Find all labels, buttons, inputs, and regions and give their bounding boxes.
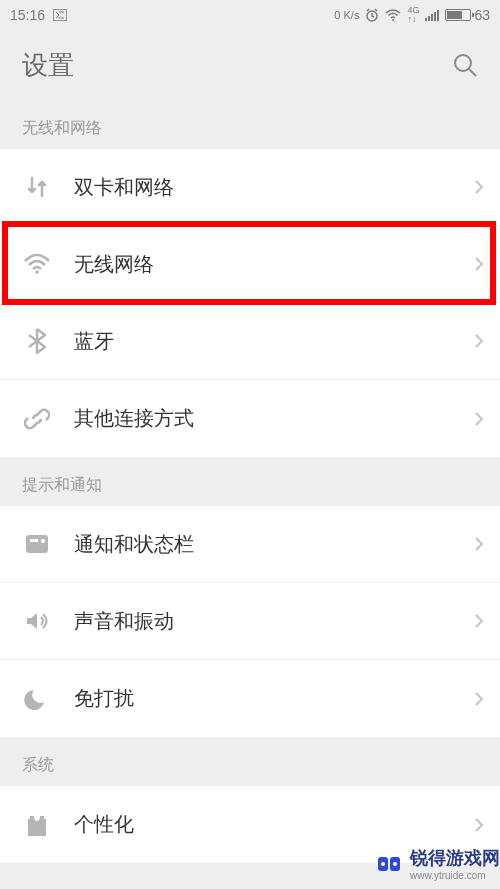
svg-point-13	[41, 539, 45, 543]
svg-point-16	[381, 862, 385, 866]
item-bluetooth[interactable]: 蓝牙	[0, 303, 500, 380]
item-wifi[interactable]: 无线网络	[0, 226, 500, 303]
svg-rect-7	[437, 10, 439, 21]
wifi-icon	[22, 249, 52, 279]
item-other-connections[interactable]: 其他连接方式	[0, 380, 500, 457]
item-label: 声音和振动	[74, 608, 474, 635]
item-sound[interactable]: 声音和振动	[0, 583, 500, 660]
dnd-icon	[22, 684, 52, 714]
svg-rect-3	[425, 18, 427, 21]
app-header: 设置	[0, 30, 500, 100]
screenshot-icon	[53, 9, 67, 21]
search-icon[interactable]	[452, 52, 478, 78]
network-4g: 4G↑↓	[407, 6, 419, 24]
wifi-status-icon	[385, 9, 401, 21]
section-header-wireless: 无线和网络	[0, 100, 500, 149]
battery-indicator: 63	[445, 7, 490, 23]
theme-icon	[22, 810, 52, 840]
svg-point-10	[35, 270, 39, 274]
section-header-system: 系统	[0, 737, 500, 786]
svg-line-9	[469, 69, 476, 76]
item-label: 免打扰	[74, 685, 474, 712]
chevron-right-icon	[474, 691, 484, 707]
bluetooth-icon	[22, 326, 52, 356]
signal-icon	[425, 9, 439, 21]
svg-point-17	[393, 862, 397, 866]
net-speed: 0 K/s	[334, 9, 359, 21]
item-dual-sim[interactable]: 双卡和网络	[0, 149, 500, 226]
item-dnd[interactable]: 免打扰	[0, 660, 500, 737]
link-icon	[22, 404, 52, 434]
item-label: 通知和状态栏	[74, 531, 474, 558]
battery-pct: 63	[474, 7, 490, 23]
page-title: 设置	[22, 48, 74, 83]
chevron-right-icon	[474, 536, 484, 552]
item-label: 蓝牙	[74, 328, 474, 355]
svg-rect-11	[26, 535, 48, 553]
chevron-right-icon	[474, 333, 484, 349]
chevron-right-icon	[474, 817, 484, 833]
chevron-right-icon	[474, 179, 484, 195]
chevron-right-icon	[474, 256, 484, 272]
watermark: 锐得游戏网 www.ytruide.com	[374, 846, 500, 881]
svg-point-8	[455, 55, 471, 71]
svg-rect-6	[434, 12, 436, 21]
svg-rect-4	[428, 16, 430, 21]
chevron-right-icon	[474, 411, 484, 427]
watermark-url: www.ytruide.com	[410, 870, 500, 881]
notification-icon	[22, 529, 52, 559]
svg-rect-0	[53, 9, 67, 21]
watermark-logo-icon	[374, 853, 404, 875]
item-label: 其他连接方式	[74, 405, 474, 432]
watermark-brand: 锐得游戏网	[410, 848, 500, 868]
list-wireless: 双卡和网络 无线网络 蓝牙 其他连接方式	[0, 149, 500, 457]
item-label: 个性化	[74, 811, 474, 838]
list-notif: 通知和状态栏 声音和振动 免打扰	[0, 506, 500, 737]
alarm-icon	[365, 8, 379, 22]
chevron-right-icon	[474, 613, 484, 629]
status-bar: 15:16 0 K/s 4G↑↓ 63	[0, 0, 500, 30]
svg-rect-12	[30, 539, 38, 542]
svg-point-2	[392, 19, 394, 21]
status-time: 15:16	[10, 7, 45, 23]
section-header-notif: 提示和通知	[0, 457, 500, 506]
item-notifications[interactable]: 通知和状态栏	[0, 506, 500, 583]
item-label: 双卡和网络	[74, 174, 474, 201]
sound-icon	[22, 606, 52, 636]
sim-swap-icon	[22, 172, 52, 202]
svg-rect-5	[431, 14, 433, 21]
item-label: 无线网络	[74, 251, 474, 278]
